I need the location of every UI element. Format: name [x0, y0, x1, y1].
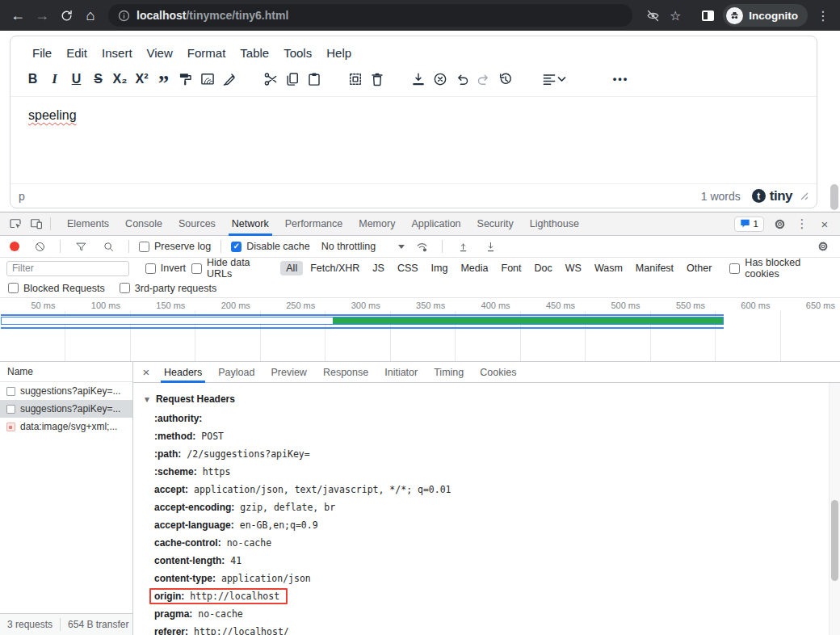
disable-cache-toggle[interactable]: Disable cache [231, 241, 310, 252]
devtools-tab[interactable]: Performance [277, 213, 351, 236]
hide-data-urls-toggle[interactable]: Hide data URLs [191, 257, 275, 280]
devtools-tab[interactable]: Lighthouse [522, 213, 587, 236]
request-row[interactable]: suggestions?apiKey=... [0, 400, 132, 418]
devtools-tab[interactable]: Memory [351, 213, 403, 236]
bold-icon[interactable]: B [22, 68, 44, 90]
misspelled-word[interactable]: speeling [28, 108, 77, 122]
editor-content[interactable]: speeling [10, 96, 817, 183]
browser-menu-kebab-icon[interactable]: ⋮ [813, 5, 834, 26]
has-blocked-cookies-checkbox[interactable] [729, 263, 740, 274]
blocked-requests-checkbox[interactable] [8, 283, 19, 293]
record-icon[interactable] [10, 242, 19, 251]
redo-icon[interactable] [472, 68, 494, 90]
permanent-pen-icon[interactable] [218, 68, 240, 90]
tiny-brand[interactable]: t tiny [752, 188, 792, 204]
details-tab[interactable]: Headers [156, 363, 210, 383]
search-icon[interactable] [98, 236, 119, 257]
request-type-filter[interactable]: Media [455, 261, 494, 275]
device-toolbar-icon[interactable] [26, 213, 47, 234]
devtools-tab[interactable]: Security [469, 213, 522, 236]
blocked-requests-toggle[interactable]: Blocked Requests [8, 283, 105, 294]
clear-icon[interactable] [29, 236, 50, 257]
edit-image-icon[interactable] [196, 68, 218, 90]
site-info-icon[interactable] [118, 10, 130, 22]
delete-icon[interactable] [366, 68, 388, 90]
invert-toggle[interactable]: Invert [145, 263, 186, 274]
align-left-icon[interactable] [536, 68, 571, 90]
details-close-icon[interactable]: × [136, 363, 156, 382]
cut-icon[interactable] [259, 68, 281, 90]
throttling-select[interactable]: No throttling [321, 241, 405, 252]
address-bar[interactable]: localhost/tinymce/tiny6.html [108, 4, 632, 27]
network-conditions-icon[interactable] [411, 236, 432, 257]
invert-checkbox[interactable] [145, 263, 156, 274]
menu-view[interactable]: View [140, 43, 180, 63]
copy-icon[interactable] [281, 68, 303, 90]
devtools-close-icon[interactable]: × [814, 213, 835, 234]
request-type-filter[interactable]: Wasm [589, 261, 628, 275]
import-har-icon[interactable] [452, 236, 473, 257]
side-panel-icon[interactable] [697, 5, 718, 26]
paste-icon[interactable] [303, 68, 325, 90]
request-type-filter[interactable]: Doc [529, 261, 558, 275]
hide-data-urls-checkbox[interactable] [191, 263, 202, 274]
details-tab[interactable]: Response [315, 363, 376, 383]
request-type-filter[interactable]: Font [496, 261, 527, 275]
third-party-toggle[interactable]: 3rd-party requests [120, 283, 216, 294]
resize-handle-icon[interactable] [800, 192, 808, 200]
back-icon[interactable]: ← [6, 4, 29, 27]
export-har-icon[interactable] [480, 236, 501, 257]
menu-help[interactable]: Help [319, 43, 359, 63]
preserve-log-toggle[interactable]: Preserve log [139, 241, 211, 252]
settings-gear-icon[interactable] [769, 213, 790, 234]
restore-draft-icon[interactable] [494, 68, 516, 90]
details-scrollbar-thumb[interactable] [831, 500, 838, 581]
superscript-icon[interactable]: X² [131, 68, 153, 90]
home-icon[interactable]: ⌂ [79, 4, 102, 27]
bookmark-star-icon[interactable]: ☆ [665, 5, 686, 26]
details-tab[interactable]: Preview [262, 363, 314, 383]
request-type-filter[interactable]: Manifest [630, 261, 679, 275]
cancel-icon[interactable] [429, 68, 451, 90]
page-scrollbar-thumb[interactable] [830, 184, 838, 210]
request-type-filter[interactable]: JS [367, 261, 390, 275]
italic-icon[interactable]: I [44, 68, 65, 90]
menu-format[interactable]: Format [180, 43, 233, 63]
request-name-header[interactable]: Name [0, 362, 132, 382]
request-row[interactable]: suggestions?apiKey=... [0, 382, 132, 400]
network-overview-timeline[interactable]: 50 ms100 ms150 ms200 ms250 ms300 ms350 m… [0, 298, 840, 362]
format-painter-icon[interactable] [174, 68, 196, 90]
preserve-log-checkbox[interactable] [139, 242, 149, 252]
has-blocked-cookies-toggle[interactable]: Has blocked cookies [729, 257, 834, 280]
word-count[interactable]: 1 words [701, 190, 741, 203]
details-tab[interactable]: Payload [210, 363, 262, 383]
request-type-filter[interactable]: CSS [392, 261, 424, 275]
forward-icon[interactable]: → [31, 4, 53, 27]
request-type-filter[interactable]: All [280, 261, 303, 275]
network-filter-input[interactable] [6, 261, 129, 276]
subscript-icon[interactable]: X₂ [109, 68, 131, 90]
devtools-tab[interactable]: Network [224, 213, 277, 236]
undo-icon[interactable] [451, 68, 472, 90]
tracking-protection-eye-off-icon[interactable] [642, 5, 663, 26]
devtools-tab[interactable]: Sources [170, 213, 224, 236]
more-icon[interactable]: ••• [610, 68, 632, 90]
inspect-element-icon[interactable] [5, 213, 26, 234]
request-row[interactable]: data:image/svg+xml;... [0, 418, 132, 435]
disable-cache-checkbox[interactable] [231, 242, 242, 252]
menu-file[interactable]: File [25, 43, 59, 63]
details-tab[interactable]: Cookies [472, 363, 524, 383]
request-type-filter[interactable]: Fetch/XHR [304, 261, 365, 275]
devtools-tab[interactable]: Elements [59, 213, 117, 236]
request-type-filter[interactable]: Img [426, 261, 454, 275]
strikethrough-icon[interactable]: S [87, 68, 109, 90]
menu-tools[interactable]: Tools [276, 43, 319, 63]
details-scrollbar[interactable] [829, 383, 840, 635]
select-all-icon[interactable] [344, 68, 366, 90]
menu-insert[interactable]: Insert [94, 43, 140, 63]
devtools-menu-kebab-icon[interactable]: ⋮ [792, 213, 813, 234]
request-type-filter[interactable]: Other [681, 261, 717, 275]
menu-edit[interactable]: Edit [59, 43, 94, 63]
element-path[interactable]: p [19, 190, 25, 203]
filter-funnel-icon[interactable] [70, 236, 91, 257]
